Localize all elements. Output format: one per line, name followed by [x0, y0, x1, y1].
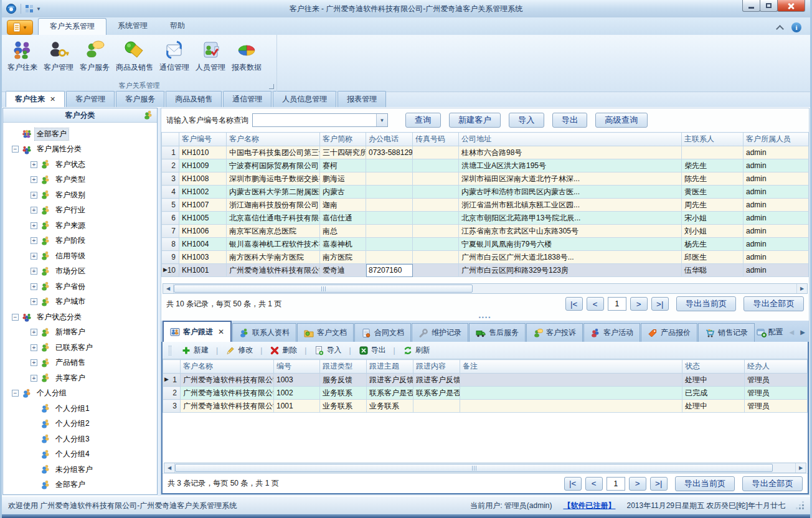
- tree-item-19[interactable]: 个人分组2: [3, 417, 157, 432]
- toolbar-refresh-button[interactable]: 刷新: [400, 344, 433, 357]
- column-header[interactable]: 状态: [682, 360, 745, 374]
- table-row[interactable]: 7KH1006南京军区南京总医院南总江苏省南京市玄武区中山东路305号刘小姐ad…: [162, 225, 809, 238]
- action-button-2[interactable]: 导入: [509, 113, 544, 128]
- table-row[interactable]: 1▶广州爱奇迪软件科技有限公司1003服务反馈跟进客户反馈...跟进客户反馈..…: [163, 374, 808, 387]
- tree-item-8[interactable]: +信用等级: [3, 248, 157, 264]
- customer-search-input[interactable]: [253, 114, 376, 126]
- scroll-track[interactable]: [473, 284, 796, 293]
- tab-close-icon[interactable]: ✕: [218, 327, 224, 336]
- column-header[interactable]: 公司地址: [459, 133, 682, 146]
- combo-dropdown-icon[interactable]: ▼: [376, 114, 387, 126]
- tree-item-2[interactable]: +客户状态: [3, 157, 157, 172]
- tab-scroll-right-icon[interactable]: ▶: [800, 329, 805, 336]
- action-button-1[interactable]: 新建客户: [449, 113, 501, 128]
- license-link[interactable]: 【软件已注册】: [563, 501, 615, 511]
- table-row[interactable]: 5KH1007浙江迦南科技股份有限公司迦南浙江省温州市瓯北镇东瓯工业区园...周…: [162, 199, 809, 212]
- customer-last-page-button[interactable]: >|: [651, 297, 669, 311]
- ribbon-item-5[interactable]: 人员管理: [192, 37, 229, 75]
- scroll-track[interactable]: [773, 463, 795, 473]
- tree-item-7[interactable]: +客户阶段: [3, 233, 157, 249]
- ribbon-item-0[interactable]: 客户往来: [4, 37, 40, 75]
- detail-tab-2[interactable]: 客户文档: [297, 323, 354, 342]
- action-button-4[interactable]: 高级查询: [595, 113, 647, 128]
- tree-item-10[interactable]: +客户省份: [3, 279, 157, 294]
- table-row[interactable]: 2广州爱奇迪软件科技有限公司1002业务联系联系客户是否...联系客户是否...…: [163, 387, 808, 400]
- customer-prev-page-button[interactable]: <: [587, 297, 604, 311]
- column-header[interactable]: 备注: [460, 360, 682, 374]
- doc-tab-1[interactable]: 客户管理: [66, 91, 115, 107]
- ribbon-item-1[interactable]: 客户管理: [40, 37, 77, 75]
- minimize-button[interactable]: [742, 0, 760, 12]
- detail-tab-8[interactable]: 产品报价: [641, 323, 697, 342]
- tree-expander-icon[interactable]: +: [31, 268, 37, 275]
- followup-prev-page-button[interactable]: <: [585, 477, 603, 491]
- detail-tab-9[interactable]: 销售记录: [698, 323, 755, 342]
- customer-export-all-button[interactable]: 导出全部页: [744, 296, 804, 311]
- collapse-ribbon-icon[interactable]: [776, 25, 784, 33]
- ribbon-item-4[interactable]: 通信管理: [156, 37, 192, 75]
- tree-item-12[interactable]: −客户状态分类: [3, 309, 157, 325]
- followup-grid-hscrollbar[interactable]: ◀ ▶: [164, 463, 806, 473]
- category-edit-icon[interactable]: [143, 110, 153, 120]
- followup-export-all-button[interactable]: 导出全部页: [742, 476, 803, 491]
- followup-export-current-button[interactable]: 导出当前页: [675, 476, 735, 491]
- tree-item-23[interactable]: 全部客户: [3, 478, 157, 493]
- toolbar-new-button[interactable]: 新建: [179, 344, 211, 357]
- scroll-left-icon[interactable]: ◀: [164, 463, 175, 473]
- customer-page-input[interactable]: [608, 297, 626, 311]
- column-header[interactable]: 跟进类型: [320, 360, 367, 374]
- ribbon-item-6[interactable]: 报表数据: [229, 37, 265, 75]
- tree-item-1[interactable]: −客户属性分类: [3, 142, 157, 158]
- ribbon-item-3[interactable]: 商品及销售: [113, 37, 156, 75]
- customer-first-page-button[interactable]: |<: [565, 297, 583, 311]
- table-row[interactable]: 1KH1010中国电子科技集团公司第三十四研...三十四研究所0733-5881…: [162, 146, 809, 159]
- doc-tab-0[interactable]: 客户往来✕: [6, 91, 65, 107]
- tree-expander-icon[interactable]: +: [31, 222, 37, 229]
- tree-item-20[interactable]: 个人分组3: [3, 431, 157, 447]
- column-header[interactable]: 客户所属人员: [744, 133, 809, 146]
- table-row[interactable]: 6KH1005北京嘉信仕通电子科技有限公司嘉信仕通北京市朝阳区北苑路甲13号院北…: [162, 212, 809, 225]
- toolbar-delete-button[interactable]: 删除: [267, 344, 300, 357]
- column-header[interactable]: 办公电话: [366, 133, 413, 146]
- scroll-thumb[interactable]: [175, 464, 773, 472]
- horizontal-splitter[interactable]: ••••: [161, 314, 809, 321]
- followup-last-page-button[interactable]: >|: [650, 477, 668, 491]
- tree-item-18[interactable]: 个人分组1: [3, 401, 157, 417]
- tree-expander-icon[interactable]: +: [31, 329, 37, 336]
- toolbar-import-button[interactable]: 导入: [311, 344, 344, 357]
- app-menu-button[interactable]: ▼: [7, 20, 33, 35]
- dialog-launcher-icon[interactable]: [269, 84, 274, 89]
- column-header[interactable]: 编号: [274, 360, 320, 374]
- table-row[interactable]: 2KH1009宁波赛柯国际贸易有限公司赛柯洪塘工业A区洪大路195号柴先生adm…: [162, 159, 809, 172]
- column-header[interactable]: 经办人: [745, 360, 808, 374]
- followup-first-page-button[interactable]: |<: [564, 477, 582, 491]
- column-header[interactable]: 跟进内容: [413, 360, 460, 374]
- table-row[interactable]: 8KH1004银川嘉泰神机工程软件技术有限公司嘉泰神机宁夏银川凤凰南街79号六楼…: [162, 238, 809, 251]
- tree-item-11[interactable]: +客户城市: [3, 294, 157, 310]
- help-info-icon[interactable]: i: [791, 22, 801, 32]
- detail-tab-4[interactable]: 维护记录: [412, 323, 468, 342]
- tree-item-0[interactable]: 全部客户: [3, 126, 157, 142]
- table-row[interactable]: 3广州爱奇迪软件科技有限公司1001业务联系业务联系处理中管理员: [163, 400, 808, 413]
- detail-tab-7[interactable]: 客户活动: [583, 323, 640, 342]
- ribbon-menu-tab-1[interactable]: 系统管理: [106, 18, 159, 35]
- detail-tab-3[interactable]: 合同文档: [354, 323, 411, 342]
- tree-item-13[interactable]: +新增客户: [3, 325, 157, 341]
- followup-next-page-button[interactable]: >: [629, 477, 646, 491]
- table-row[interactable]: 9KH1003南方医科大学南方医院南方医院广州市白云区广州大道北1838号...…: [162, 251, 809, 264]
- tree-item-17[interactable]: −个人分组: [3, 386, 157, 402]
- scroll-right-icon[interactable]: ▶: [796, 284, 807, 293]
- tab-close-icon[interactable]: ✕: [50, 95, 55, 103]
- tree-expander-icon[interactable]: +: [31, 192, 37, 199]
- detail-tab-5[interactable]: 售后服务: [469, 323, 526, 342]
- column-header[interactable]: 客户名称: [181, 360, 274, 374]
- tree-item-9[interactable]: +市场分区: [3, 264, 157, 280]
- tree-expander-icon[interactable]: +: [31, 375, 37, 382]
- ribbon-menu-tab-0[interactable]: 客户关系管理: [38, 18, 106, 35]
- customer-next-page-button[interactable]: >: [630, 297, 648, 311]
- table-row[interactable]: 3KH1008深圳市鹏海运电子数据交换有限公司鹏海运深圳市福田区深南大道北竹子林…: [162, 172, 809, 186]
- qat-dropdown-icon[interactable]: ▼: [36, 6, 41, 12]
- tree-item-15[interactable]: +产品销售: [3, 356, 157, 371]
- close-button[interactable]: [777, 0, 805, 12]
- config-button[interactable]: 配置: [757, 327, 783, 337]
